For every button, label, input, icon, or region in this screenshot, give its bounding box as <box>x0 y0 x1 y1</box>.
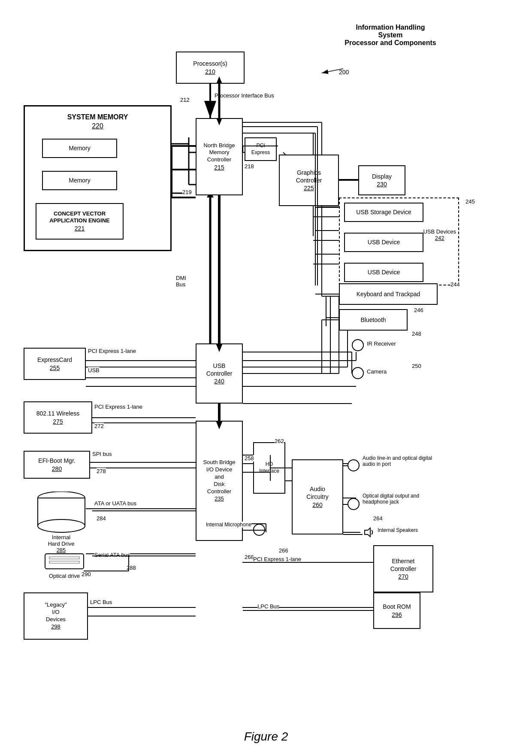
camera-icon <box>352 367 364 379</box>
ir-receiver-icon <box>352 339 364 351</box>
usb-devices-group: USB Storage Device USB Device USB Device… <box>339 197 459 285</box>
n288-label: 288 <box>127 565 136 571</box>
usb-label: USB <box>88 367 100 373</box>
north-bridge-box: North BridgeMemoryController 215 <box>196 118 243 195</box>
expresscard-label: ExpressCard <box>37 356 72 364</box>
hd-interface-box: HDInterface <box>253 442 285 494</box>
n248-label: 248 <box>412 331 421 337</box>
bluetooth-box: Bluetooth <box>339 309 408 331</box>
display-box: Display 230 <box>358 165 405 195</box>
graphics-controller-box: GraphicsController 225 <box>279 155 339 206</box>
usb-storage-label: USB Storage Device <box>356 208 411 216</box>
pci-exp-ethernet-label: PCI Express 1-lane <box>253 556 301 562</box>
display-label: Display <box>372 173 392 180</box>
n246-label: 246 <box>414 307 423 313</box>
processor-label: Processor(s) <box>193 60 227 67</box>
optical-out-icon <box>348 498 360 510</box>
figure-caption: Figure 2 <box>0 730 532 744</box>
optical-out-label: Optical digital output and headphone jac… <box>363 493 440 505</box>
ir-receiver-label: IR Receiver <box>367 340 396 347</box>
keyboard-box: Keyboard and Trackpad <box>339 283 438 305</box>
memory2-box: Memory <box>42 171 117 190</box>
usb-storage-box: USB Storage Device <box>344 203 423 222</box>
internal-hd-icon <box>36 492 87 534</box>
pci-express-box: PCIExpress <box>245 137 277 161</box>
legacy-io-num: 298 <box>45 623 66 631</box>
n290-label: 290 <box>82 571 91 577</box>
spi-bus-label: SPI bus <box>92 451 112 457</box>
usb-device2-label: USB Device <box>368 268 400 276</box>
south-bridge-num: 235 <box>203 495 235 503</box>
boot-rom-box: Boot ROM 296 <box>373 592 420 629</box>
cvae-label: CONCEPT VECTOR APPLICATION ENGINE <box>36 210 123 225</box>
expresscard-box: ExpressCard 255 <box>24 348 86 380</box>
usb-device1-box: USB Device <box>344 233 423 252</box>
n218-label: 218 <box>245 163 254 170</box>
optical-drive-icon <box>43 552 86 571</box>
audio-circuitry-num: 260 <box>306 501 328 509</box>
ethernet-num: 270 <box>390 573 417 580</box>
keyboard-label: Keyboard and Trackpad <box>357 290 420 298</box>
internal-hd-container: InternalHard Drive 285 <box>30 492 92 553</box>
internal-speakers-container <box>363 526 375 540</box>
system-memory-num: 220 <box>25 122 170 131</box>
lpc-bus-right-label: LPC Bus <box>257 603 279 610</box>
internal-speakers-label: Internal Speakers <box>378 527 418 533</box>
usb-devices-label: USB Devices 242 <box>423 228 456 241</box>
audio-circuitry-box: AudioCircuitry 260 <box>292 459 343 534</box>
ethernet-box: EthernetController 270 <box>373 545 433 592</box>
efi-boot-box: EFI-Boot Mgr. 280 <box>24 451 90 479</box>
usb-device1-label: USB Device <box>368 238 400 246</box>
dmi-bus-label: DMIBus <box>176 275 186 288</box>
memory2-label: Memory <box>69 176 91 184</box>
processor-box: Processor(s) 210 <box>176 52 245 84</box>
ethernet-label: EthernetController <box>390 557 417 573</box>
graphics-label: GraphicsController <box>296 169 322 184</box>
wireless-num: 275 <box>36 418 79 425</box>
pci-exp-1lane-1-label: PCI Express 1-lane <box>88 348 136 354</box>
legacy-io-label: "Legacy"I/ODevices <box>45 601 66 623</box>
n278-label: 278 <box>97 468 106 474</box>
diagram: Information Handling System Processor an… <box>0 0 532 756</box>
usb-device2-box: USB Device <box>344 263 423 282</box>
efi-boot-label: EFI-Boot Mgr. <box>38 457 75 465</box>
north-bridge-label: North BridgeMemoryController <box>204 142 235 164</box>
internal-mic-icon <box>253 524 265 536</box>
graphics-num: 225 <box>296 184 322 192</box>
svg-marker-63 <box>365 528 370 537</box>
system-memory-box: SYSTEM MEMORY 220 Memory Memory CONCEPT … <box>24 105 172 251</box>
boot-rom-label: Boot ROM <box>383 603 411 610</box>
serial-ata-label: Serial ATA bus <box>94 552 130 558</box>
n245-label: 245 <box>466 198 475 205</box>
n219-label: 219 <box>182 189 192 195</box>
ata-bus-label: ATA or UATA bus <box>94 500 136 507</box>
n268-label: 268 <box>245 554 254 560</box>
audio-circuitry-label: AudioCircuitry <box>306 485 328 501</box>
usb-controller-label: USBController <box>206 362 233 377</box>
memory1-label: Memory <box>69 144 91 152</box>
camera-label: Camera <box>367 368 387 375</box>
expresscard-num: 255 <box>37 364 72 372</box>
memory1-box: Memory <box>42 139 117 158</box>
proc-bus-label: Processor Interface Bus <box>215 92 274 99</box>
legacy-io-box: "Legacy"I/ODevices 298 <box>24 592 88 640</box>
system-memory-label: SYSTEM MEMORY <box>25 113 170 122</box>
internal-mic-label: Internal Microphone <box>206 522 251 528</box>
wireless-box: 802.11 Wireless 275 <box>24 401 92 434</box>
n264-label: 264 <box>373 515 383 522</box>
n244-label: 244 <box>450 281 460 288</box>
pci-exp-1lane-2-label: PCI Express 1-lane <box>94 404 142 410</box>
bluetooth-label: Bluetooth <box>360 316 386 324</box>
audio-line-in-label: Audio line-in and optical digital audio … <box>363 455 438 467</box>
n258-label: 258 <box>245 455 254 461</box>
internal-speakers-icon <box>363 526 375 539</box>
n284-label: 284 <box>97 515 106 522</box>
cvae-box: CONCEPT VECTOR APPLICATION ENGINE 221 <box>36 203 124 240</box>
pci-express-label: PCIExpress <box>251 143 270 156</box>
diagram-title: Information Handling System Processor an… <box>322 24 459 47</box>
n212-label: 212 <box>180 97 190 103</box>
usb-controller-box: USBController 240 <box>196 343 243 404</box>
n262-label: 262 <box>275 438 284 444</box>
north-bridge-num: 215 <box>204 164 235 171</box>
hd-interface-label: HDInterface <box>259 461 279 474</box>
